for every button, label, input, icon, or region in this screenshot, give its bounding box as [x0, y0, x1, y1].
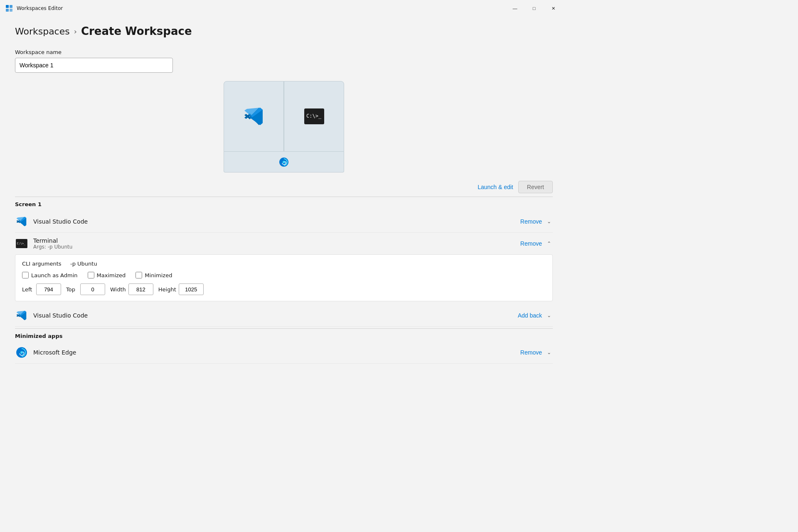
edge-remove-button[interactable]: Remove	[520, 349, 542, 356]
preview-apps-row: C:\>_	[224, 81, 344, 152]
breadcrumb-workspaces-link[interactable]: Workspaces	[15, 26, 70, 37]
vscode2-add-back-button[interactable]: Add back	[518, 312, 542, 319]
width-input[interactable]	[128, 283, 153, 295]
vscode1-actions: Remove ⌄	[520, 217, 553, 226]
maximized-item[interactable]: Maximized	[88, 272, 126, 278]
close-button[interactable]: ✕	[544, 2, 563, 15]
terminal-name: Terminal	[33, 237, 515, 244]
terminal-actions: Remove ⌃	[520, 239, 553, 248]
vscode2-expand-button[interactable]: ⌄	[545, 311, 553, 320]
maximize-icon: □	[533, 6, 536, 11]
launch-as-admin-checkbox[interactable]	[22, 272, 29, 278]
minimize-button[interactable]: —	[505, 2, 525, 15]
minimized-item[interactable]: Minimized	[135, 272, 172, 278]
preview-tile-terminal: C:\>_	[284, 81, 344, 152]
svg-text:C:\>_: C:\>_	[306, 113, 322, 119]
top-label: Top	[66, 286, 78, 293]
svg-rect-2	[6, 9, 9, 12]
app-row-terminal: C:\>_ Terminal Args: -p Ubuntu Remove ⌃	[15, 233, 553, 254]
vscode2-icon-container	[15, 309, 28, 322]
app-icon	[5, 4, 13, 12]
breadcrumb-current: Create Workspace	[81, 25, 192, 37]
title-bar: Workspaces Editor — □ ✕	[0, 0, 568, 17]
maximized-label: Maximized	[97, 272, 126, 278]
minimize-icon: —	[513, 6, 517, 11]
workspace-name-input[interactable]	[15, 58, 173, 73]
terminal-details: CLI arguments -p Ubuntu Launch as Admin …	[15, 254, 553, 301]
edge-actions: Remove ⌄	[520, 348, 553, 357]
top-item: Top	[66, 283, 105, 295]
vscode2-icon	[16, 310, 27, 321]
vscode1-icon-container	[15, 215, 28, 228]
terminal-remove-button[interactable]: Remove	[520, 240, 542, 247]
close-icon: ✕	[552, 6, 555, 11]
window-title: Workspaces Editor	[17, 5, 505, 11]
vscode1-expand-button[interactable]: ⌄	[545, 217, 553, 226]
terminal-icon-container: C:\>_	[15, 237, 28, 250]
edge-expand-button[interactable]: ⌄	[545, 348, 553, 357]
screen1-header: Screen 1	[15, 197, 553, 211]
width-label: Width	[110, 286, 126, 293]
vscode-icon	[16, 216, 27, 227]
edge-icon	[16, 347, 27, 358]
vscode2-actions: Add back ⌄	[518, 311, 553, 320]
main-content: Workspaces › Create Workspace Workspace …	[0, 17, 568, 374]
workspace-preview: C:\>_	[15, 81, 553, 172]
terminal-icon-large: C:\>_	[304, 108, 324, 124]
workspace-name-label: Workspace name	[15, 49, 553, 55]
edge-icon-container	[15, 346, 28, 359]
preview-inner: C:\>_	[224, 81, 344, 172]
svg-rect-3	[10, 9, 12, 12]
vscode1-remove-button[interactable]: Remove	[520, 218, 542, 225]
revert-button[interactable]: Revert	[518, 181, 553, 193]
left-item: Left	[22, 283, 61, 295]
launch-as-admin-item[interactable]: Launch as Admin	[22, 272, 78, 278]
checkboxes-row: Launch as Admin Maximized Minimized	[22, 272, 546, 278]
cli-arguments-value: -p Ubuntu	[70, 261, 97, 267]
preview-tile-vscode	[224, 81, 284, 152]
edge-info: Microsoft Edge	[33, 349, 515, 356]
top-input[interactable]	[80, 283, 105, 295]
vscode1-info: Visual Studio Code	[33, 218, 515, 225]
height-label: Height	[158, 286, 176, 293]
height-item: Height	[158, 283, 204, 295]
svg-rect-1	[10, 5, 12, 8]
vscode2-info: Visual Studio Code	[33, 312, 513, 319]
terminal-args: Args: -p Ubuntu	[33, 244, 515, 250]
minimized-label: Minimized	[145, 272, 172, 278]
height-input[interactable]	[179, 283, 204, 295]
breadcrumb-separator: ›	[74, 27, 77, 36]
breadcrumb: Workspaces › Create Workspace	[15, 25, 553, 37]
toolbar-row: Launch & edit Revert	[15, 181, 553, 193]
left-input[interactable]	[36, 283, 61, 295]
position-row: Left Top Width Height	[22, 283, 546, 295]
app-row-vscode1: Visual Studio Code Remove ⌄	[15, 211, 553, 233]
vscode-icon-large	[243, 106, 265, 127]
preview-second-row	[224, 152, 344, 172]
app-row-edge: Microsoft Edge Remove ⌄	[15, 342, 553, 364]
svg-point-11	[20, 351, 23, 354]
minimized-checkbox[interactable]	[135, 272, 142, 278]
edge-icon-preview	[279, 157, 289, 167]
vscode2-name: Visual Studio Code	[33, 312, 513, 319]
terminal-collapse-button[interactable]: ⌃	[545, 239, 553, 248]
svg-point-7	[283, 161, 285, 163]
svg-rect-0	[6, 5, 9, 8]
width-item: Width	[110, 283, 153, 295]
cli-arguments-label: CLI arguments	[22, 261, 64, 267]
maximized-checkbox[interactable]	[88, 272, 94, 278]
left-label: Left	[22, 286, 34, 293]
terminal-icon: C:\>_	[16, 239, 27, 248]
minimized-apps-header: Minimized apps	[15, 328, 553, 342]
edge-name: Microsoft Edge	[33, 349, 515, 356]
workspace-name-section: Workspace name	[15, 49, 553, 73]
terminal-info: Terminal Args: -p Ubuntu	[33, 237, 515, 250]
launch-edit-button[interactable]: Launch & edit	[478, 184, 513, 190]
vscode1-name: Visual Studio Code	[33, 218, 515, 225]
svg-text:C:\>_: C:\>_	[17, 242, 26, 245]
app-row-vscode2: Visual Studio Code Add back ⌄	[15, 305, 553, 327]
maximize-button[interactable]: □	[525, 2, 544, 15]
cli-row: CLI arguments -p Ubuntu	[22, 261, 546, 267]
launch-as-admin-label: Launch as Admin	[31, 272, 78, 278]
window-controls: — □ ✕	[505, 2, 563, 15]
